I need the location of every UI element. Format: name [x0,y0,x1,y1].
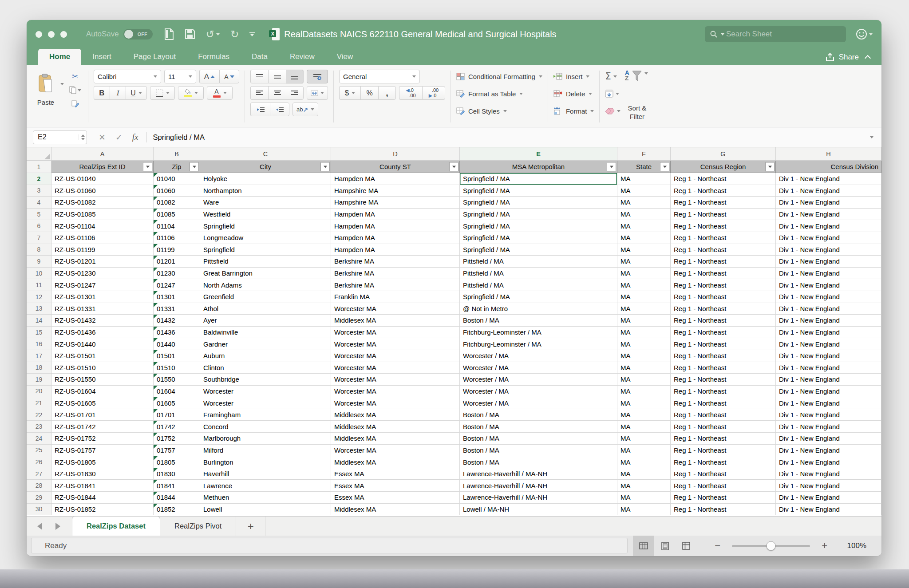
cell[interactable]: Reg 1 - Northeast [671,350,776,362]
cell[interactable]: Middlesex MA [331,409,460,421]
cell[interactable]: Lowell / MA-NH [460,504,617,516]
cell[interactable]: RZ-US-01082 [51,197,154,209]
cell[interactable]: 01060 [154,185,200,197]
decrease-decimal-button[interactable]: .00▶.0 [422,86,445,100]
cell[interactable]: Lawrence-Haverhill / MA-NH [460,468,617,480]
cell[interactable]: Reg 1 - Northeast [671,445,776,457]
cell[interactable]: RZ-US-01040 [51,173,154,185]
tab-view[interactable]: View [326,49,364,65]
cell[interactable]: RZ-US-01085 [51,209,154,221]
cell[interactable]: Div 1 - New England [776,350,881,362]
row-number[interactable]: 26 [27,456,51,468]
cell[interactable]: RZ-US-01301 [51,291,154,303]
cell[interactable]: RZ-US-01230 [51,268,154,280]
row-number[interactable]: 27 [27,468,51,480]
add-sheet-button[interactable]: + [236,517,265,536]
cell[interactable]: 01752 [154,433,200,445]
row-number[interactable]: 9 [27,256,51,268]
cell[interactable]: 01440 [154,338,200,350]
zoom-window-button[interactable] [60,31,67,38]
minimize-window-button[interactable] [48,31,55,38]
undo-icon[interactable]: ↺ [206,28,220,40]
cell[interactable]: Reg 1 - Northeast [671,256,776,268]
column-header-census-region[interactable]: Census Region [671,161,776,173]
cell[interactable]: Ware [200,197,331,209]
cell[interactable]: Hampshire MA [331,197,460,209]
cell[interactable]: RZ-US-01432 [51,315,154,327]
cell[interactable]: Worcester [200,386,331,398]
cell[interactable]: Div 1 - New England [776,327,881,339]
cell[interactable]: Essex MA [331,468,460,480]
search-input[interactable] [726,30,841,39]
cell[interactable]: Middlesex MA [331,315,460,327]
redo-icon[interactable]: ↻ [230,28,239,40]
cell[interactable]: Worcester MA [331,397,460,409]
cell[interactable]: RZ-US-01436 [51,327,154,339]
cell[interactable]: Reg 1 - Northeast [671,433,776,445]
cell[interactable]: Reg 1 - Northeast [671,209,776,221]
cell[interactable]: 01104 [154,220,200,232]
cell[interactable]: RZ-US-01550 [51,374,154,386]
cell[interactable]: Reg 1 - Northeast [671,397,776,409]
cell[interactable]: 01605 [154,397,200,409]
row-number[interactable]: 28 [27,480,51,492]
cell[interactable]: Berkshire MA [331,279,460,291]
formula-input[interactable]: Springfield / MA [153,133,870,142]
cell[interactable]: Boston / MA [460,456,617,468]
cell[interactable]: Reg 1 - Northeast [671,456,776,468]
increase-decimal-button[interactable]: ◀.0.00 [399,86,422,100]
cell[interactable]: Div 1 - New England [776,409,881,421]
column-letter-b[interactable]: B [154,147,200,160]
comma-format-button[interactable]: , [378,86,396,100]
cut-button[interactable]: ✂ [67,71,83,82]
cell[interactable]: Div 1 - New England [776,268,881,280]
cell[interactable]: Hampshire MA [331,185,460,197]
cell[interactable]: MA [617,244,671,256]
decrease-indent-button[interactable] [250,103,270,116]
fill-button[interactable] [605,87,619,100]
bold-button[interactable]: B [94,86,110,100]
cell[interactable]: Reg 1 - Northeast [671,409,776,421]
cell[interactable]: Worcester / MA [460,362,617,374]
cell[interactable]: 01841 [154,480,200,492]
cell[interactable]: 01085 [154,209,200,221]
filter-button[interactable] [607,162,616,171]
cell[interactable]: @ Not in Metro [460,303,617,315]
delete-cells-button[interactable]: Delete [553,87,594,100]
cell[interactable]: Middlesex MA [331,504,460,516]
cell[interactable]: Div 1 - New England [776,279,881,291]
page-break-view-button[interactable] [676,536,697,556]
row-number[interactable]: 18 [27,362,51,374]
insert-cells-button[interactable]: Insert [553,70,594,83]
cell[interactable]: Milford [200,445,331,457]
cell[interactable]: MA [617,468,671,480]
cell[interactable]: Worcester / MA [460,350,617,362]
column-letter-h[interactable]: H [776,147,881,160]
cell[interactable]: Reg 1 - Northeast [671,291,776,303]
filter-button[interactable] [660,162,669,171]
select-all-corner[interactable] [27,147,51,160]
cell[interactable]: 01106 [154,232,200,244]
cell[interactable]: Boston / MA [460,315,617,327]
cell[interactable]: Reg 1 - Northeast [671,268,776,280]
autosave-toggle[interactable]: OFF [123,29,153,39]
cell[interactable]: 01510 [154,362,200,374]
cell[interactable]: RZ-US-01106 [51,232,154,244]
cell[interactable]: RZ-US-01852 [51,504,154,516]
cell[interactable]: 01230 [154,268,200,280]
cell[interactable]: Reg 1 - Northeast [671,421,776,433]
cell[interactable]: MA [617,327,671,339]
cell[interactable]: RZ-US-01742 [51,421,154,433]
cell[interactable]: Div 1 - New England [776,492,881,504]
row-number[interactable]: 22 [27,409,51,421]
cell[interactable]: Worcester / MA [460,374,617,386]
cell[interactable]: Berkshire MA [331,268,460,280]
row-number[interactable]: 2 [27,173,51,185]
cell[interactable]: Concord [200,421,331,433]
cell[interactable]: Div 1 - New England [776,445,881,457]
cell[interactable]: RZ-US-01201 [51,256,154,268]
cell[interactable]: Springfield [200,220,331,232]
cell[interactable]: Northampton [200,185,331,197]
cell[interactable]: MA [617,338,671,350]
cell[interactable]: Hampden MA [331,244,460,256]
